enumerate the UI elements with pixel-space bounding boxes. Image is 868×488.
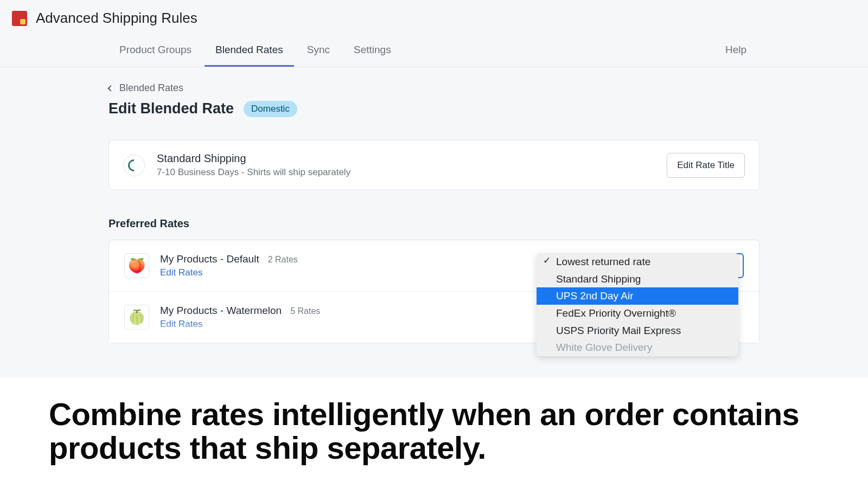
dropdown-option[interactable]: Standard Shipping	[537, 271, 738, 288]
product-group-icon: 🍑	[124, 253, 149, 278]
rate-summary-card: Standard Shipping 7-10 Business Days - S…	[108, 140, 760, 190]
peach-icon: 🍑	[128, 258, 145, 274]
chevron-left-icon	[107, 85, 113, 91]
breadcrumb-label: Blended Rates	[119, 82, 183, 94]
rate-count: 2 Rates	[268, 255, 298, 265]
dropdown-option[interactable]: FedEx Priority Overnight®	[537, 305, 738, 322]
marketing-tagline: Combine rates intelligently when an orde…	[49, 397, 819, 465]
edit-rates-link[interactable]: Edit Rates	[160, 267, 202, 278]
tabs-bar: Product Groups Blended Rates Sync Settin…	[0, 34, 868, 67]
dropdown-option[interactable]: White Glove Delivery	[537, 339, 738, 356]
dropdown-option[interactable]: UPS 2nd Day Air	[537, 287, 738, 305]
tab-help[interactable]: Help	[714, 34, 757, 67]
app-icon	[12, 11, 27, 26]
rate-title: Standard Shipping	[157, 152, 350, 165]
swirl-icon	[125, 157, 142, 174]
marketing-tagline-wrap: Combine rates intelligently when an orde…	[0, 378, 868, 488]
preferred-row: 🍑 My Products - Default 2 Rates Edit Rat…	[109, 240, 759, 292]
tab-sync[interactable]: Sync	[296, 34, 341, 67]
edit-rates-link[interactable]: Edit Rates	[160, 319, 202, 330]
tab-blended-rates[interactable]: Blended Rates	[205, 34, 294, 67]
preferred-rates-heading: Preferred Rates	[108, 217, 760, 230]
rate-count: 5 Rates	[290, 306, 320, 316]
product-group-title: My Products - Watermelon	[160, 305, 282, 317]
dropdown-option[interactable]: Lowest returned rate	[537, 253, 738, 271]
product-group-icon: 🍈	[124, 305, 149, 330]
app-title: Advanced Shipping Rules	[36, 10, 197, 27]
breadcrumb-back[interactable]: Blended Rates	[108, 82, 183, 94]
preferred-rate-dropdown-menu: Lowest returned rate Standard Shipping U…	[537, 253, 738, 356]
melon-icon: 🍈	[128, 309, 145, 326]
dropdown-option[interactable]: USPS Priority Mail Express	[537, 322, 738, 339]
tab-settings[interactable]: Settings	[343, 34, 402, 67]
preferred-rates-card: 🍑 My Products - Default 2 Rates Edit Rat…	[108, 240, 760, 343]
edit-rate-title-button[interactable]: Edit Rate Title	[667, 153, 745, 178]
zone-badge: Domestic	[244, 101, 297, 117]
rate-subtitle: 7-10 Business Days - Shirts will ship se…	[157, 167, 350, 178]
product-group-title: My Products - Default	[160, 253, 259, 265]
shipping-method-icon	[123, 155, 145, 176]
page-title: Edit Blended Rate	[108, 100, 234, 117]
tab-product-groups[interactable]: Product Groups	[108, 34, 202, 67]
